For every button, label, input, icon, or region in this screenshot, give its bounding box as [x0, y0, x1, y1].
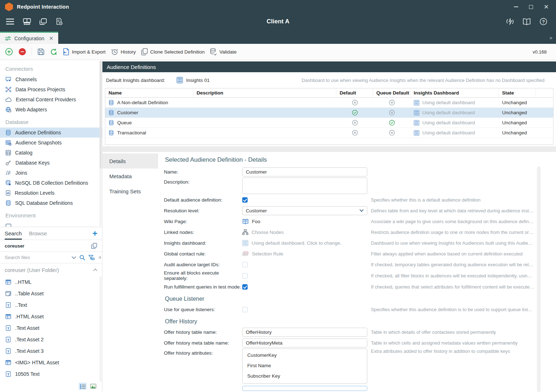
table-row[interactable]: A Non-default Definition Using default d…: [105, 98, 553, 108]
name-field[interactable]: [242, 167, 367, 176]
choose-nodes-link[interactable]: Choose Nodes: [252, 230, 284, 235]
list-item[interactable]: T ..Table Asset: [0, 288, 102, 299]
list-item[interactable]: T .Text Asset 3: [0, 345, 102, 357]
help-icon[interactable]: ?: [539, 18, 547, 26]
file-list-scrollbar[interactable]: [100, 276, 102, 382]
sidebar-item-audience-snapshots[interactable]: Audience Snapshots: [0, 138, 102, 148]
folder-group-header[interactable]: coreuser (User Folder): [0, 263, 102, 276]
import-export-button[interactable]: Import & Export: [63, 48, 106, 55]
sync-icon[interactable]: [506, 18, 514, 26]
sidebar-item-audience-definitions[interactable]: Audience Definitions: [0, 128, 102, 138]
offer-history-attributes-listbox[interactable]: CustomerKey First Name Subscriber Key: [242, 349, 367, 384]
description-field[interactable]: [242, 177, 367, 194]
column-header-default[interactable]: Default: [336, 88, 373, 97]
clone-definition-button[interactable]: Clone Selected Definition: [141, 48, 205, 55]
cell-insights: Using default dashboard: [422, 120, 475, 125]
add-file-button[interactable]: +: [92, 229, 97, 238]
chevron-down-icon[interactable]: [72, 256, 76, 259]
selection-rule-link[interactable]: Selection Rule: [252, 251, 283, 257]
form-scrollbar[interactable]: [537, 166, 541, 392]
default-audience-checkbox[interactable]: [242, 197, 248, 203]
list-item[interactable]: T 10505 Text: [0, 368, 102, 380]
list-view-toggle[interactable]: [79, 383, 87, 390]
queue-listeners-checkbox[interactable]: [242, 307, 248, 312]
minimize-icon[interactable]: [514, 6, 518, 7]
tab-metadata[interactable]: Metadata: [102, 169, 158, 184]
nav-scrollbar[interactable]: [100, 61, 102, 226]
default-dashboard-value[interactable]: Insights 01: [176, 77, 210, 83]
search-input[interactable]: [5, 255, 68, 260]
attribute-item[interactable]: CustomerKey: [243, 351, 367, 361]
dashboard-icon: [414, 100, 419, 106]
selection-rule-icon: [242, 251, 249, 256]
wiki-page-link[interactable]: Foo: [252, 219, 260, 224]
resolution-level-select[interactable]: Customer: [242, 206, 367, 215]
list-item[interactable]: T ..Text: [0, 299, 102, 311]
tab-overflow-icon[interactable]: »: [550, 34, 552, 41]
tab-close-icon[interactable]: ✕: [49, 35, 54, 42]
tab-training-sets[interactable]: Training Sets: [102, 184, 158, 199]
sidebar-item-sql-database-definitions[interactable]: SQL Database Definitions: [0, 198, 102, 208]
scope-input[interactable]: [5, 243, 91, 249]
new-window-icon[interactable]: [40, 18, 47, 25]
sidebar-item-data-process-projects[interactable]: Data Process Projects: [0, 84, 102, 94]
offer-history-attributes-label: Offer history attributes:: [164, 349, 242, 356]
column-header-state[interactable]: State: [499, 88, 536, 97]
sidebar-item-external-content-providers[interactable]: External Content Providers: [0, 94, 102, 105]
refresh-button[interactable]: [50, 48, 58, 56]
search-icon[interactable]: [79, 255, 85, 260]
document-history-icon[interactable]: [55, 18, 63, 25]
filter-icon[interactable]: [88, 255, 95, 260]
offer-history-table-label: Offer history table name:: [164, 329, 242, 335]
list-item[interactable]: T .Text Asset 2: [0, 334, 102, 345]
sidebar-item-nosql-db-collection-definitions[interactable]: NoSQL DB Collection Definitions: [0, 178, 102, 188]
sidebar-item-catalog[interactable]: Catalog: [0, 148, 102, 158]
close-icon[interactable]: ✕: [544, 4, 549, 10]
add-button[interactable]: [5, 48, 13, 56]
list-item[interactable]: T <IMG> HTML Asset: [0, 357, 102, 368]
layout-panels-icon[interactable]: [23, 18, 31, 25]
offer-history-meta-field[interactable]: [242, 338, 367, 347]
insights-dashboard-link[interactable]: Using default dashboard. Click to change…: [252, 240, 341, 246]
history-button[interactable]: History: [111, 48, 136, 55]
list-item[interactable]: T .HTML Asset: [0, 311, 102, 322]
table-row[interactable]: Queue Using default dashboard Unchanged: [105, 118, 553, 128]
collapse-chevron-icon[interactable]: [93, 268, 97, 271]
column-header-name[interactable]: Name: [105, 88, 193, 97]
column-header-description[interactable]: Description: [193, 88, 336, 97]
sidebar-item-joins[interactable]: Joins: [0, 168, 102, 178]
import-export-label: Import & Export: [72, 49, 106, 55]
remove-button[interactable]: [18, 48, 26, 56]
table-row[interactable]: Transactional Using default dashboard Un…: [105, 128, 553, 138]
sidebar-item-database-keys[interactable]: Database Keys: [0, 158, 102, 168]
audit-target-ids-checkbox[interactable]: [242, 262, 248, 267]
attribute-item[interactable]: First Name: [243, 361, 367, 372]
ensure-blocks-checkbox[interactable]: [242, 273, 248, 278]
test-mode-checkbox[interactable]: [242, 284, 248, 290]
copy-path-icon[interactable]: [91, 243, 97, 249]
column-header-insights-dashboard[interactable]: Insights Dashboard: [410, 88, 499, 97]
column-header-queue-default[interactable]: Queue Default: [373, 88, 410, 97]
tab-search[interactable]: Search: [5, 227, 22, 240]
list-item[interactable]: [0, 380, 102, 382]
list-item[interactable]: T .Text Asset: [0, 322, 102, 334]
sidebar-item-web-adapters[interactable]: Web Adapters: [0, 105, 102, 115]
documentation-book-icon[interactable]: [523, 18, 531, 25]
sidebar-item-partial[interactable]: [0, 221, 102, 227]
attribute-item[interactable]: Subscriber Key: [243, 372, 367, 382]
sidebar-item-channels[interactable]: Channels: [0, 74, 102, 84]
table-row[interactable]: Customer Using default dashboard Unchang…: [105, 108, 553, 118]
thumbnail-view-toggle[interactable]: [89, 383, 97, 390]
save-button[interactable]: [37, 48, 45, 55]
tab-details[interactable]: Details: [102, 153, 158, 169]
list-item[interactable]: T ..HTML: [0, 276, 102, 288]
validate-button[interactable]: Validate: [210, 48, 236, 55]
hamburger-menu-icon[interactable]: [6, 18, 14, 25]
tab-browse[interactable]: Browse: [29, 227, 47, 240]
tab-configuration[interactable]: Configuration ✕: [0, 32, 58, 44]
prev-result-icon[interactable]: [98, 255, 101, 259]
next-field-partial[interactable]: [242, 386, 367, 391]
sidebar-item-resolution-levels[interactable]: Resolution Levels: [0, 188, 102, 198]
offer-history-table-field[interactable]: [242, 328, 367, 337]
maximize-icon[interactable]: [529, 5, 533, 9]
